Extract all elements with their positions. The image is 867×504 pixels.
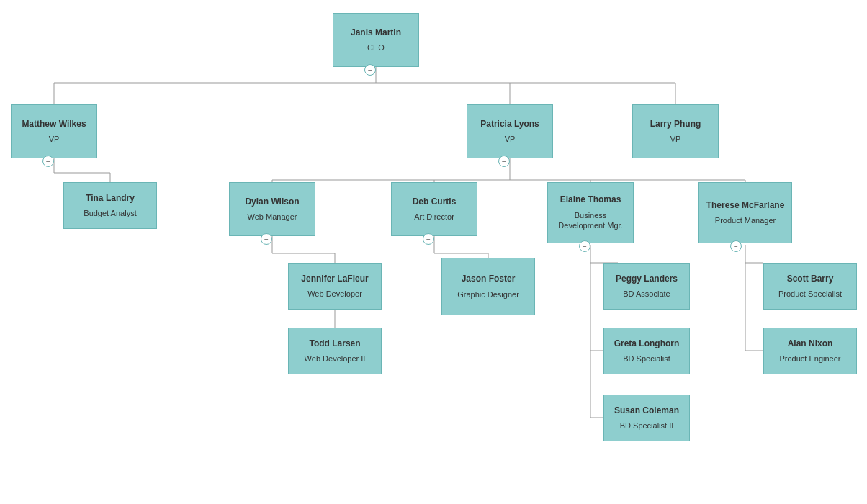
- node-deb: Deb CurtisArt Director: [391, 182, 477, 236]
- node-scott: Scott BarryProduct Specialist: [763, 263, 857, 310]
- node-name-larry: Larry Phung: [650, 119, 701, 130]
- node-name-elaine: Elaine Thomas: [560, 194, 621, 206]
- node-title-matthew: VP: [49, 134, 60, 144]
- node-elaine: Elaine ThomasBusiness Development Mgr.: [547, 182, 634, 243]
- node-name-jennifer: Jennifer LaFleur: [301, 274, 368, 285]
- node-name-scott: Scott Barry: [787, 274, 834, 285]
- node-name-patricia: Patricia Lyons: [480, 119, 539, 130]
- node-title-tina: Budget Analyst: [84, 208, 136, 218]
- connector-lines: [0, 0, 867, 504]
- node-susan: Susan ColemanBD Specialist II: [603, 395, 690, 441]
- cb-janis[interactable]: −: [364, 64, 376, 76]
- node-dylan: Dylan WilsonWeb Manager: [229, 182, 315, 236]
- node-name-tina: Tina Landry: [86, 193, 135, 204]
- node-title-janis: CEO: [367, 42, 385, 53]
- node-title-greta: BD Specialist: [623, 354, 670, 364]
- node-title-jason: Graphic Designer: [457, 289, 519, 300]
- cb-deb[interactable]: −: [423, 233, 434, 245]
- node-name-alan: Alan Nixon: [788, 338, 833, 350]
- node-title-alan: Product Engineer: [780, 354, 841, 364]
- node-name-janis: Janis Martin: [351, 27, 401, 39]
- node-jennifer: Jennifer LaFleurWeb Developer: [288, 263, 382, 310]
- node-name-susan: Susan Coleman: [614, 405, 679, 417]
- node-matthew: Matthew WilkesVP: [11, 104, 97, 158]
- node-title-elaine: Business Development Mgr.: [558, 210, 622, 231]
- node-title-dylan: Web Manager: [248, 212, 297, 222]
- node-name-greta: Greta Longhorn: [614, 338, 680, 350]
- node-title-patricia: VP: [505, 134, 516, 144]
- org-chart: Janis MartinCEOMatthew WilkesVPPatricia …: [0, 0, 867, 504]
- cb-matthew[interactable]: −: [42, 156, 54, 167]
- node-peggy: Peggy LandersBD Associate: [603, 263, 690, 310]
- node-title-peggy: BD Associate: [623, 289, 670, 299]
- node-jason: Jason FosterGraphic Designer: [441, 258, 535, 315]
- node-name-peggy: Peggy Landers: [616, 274, 678, 285]
- node-todd: Todd LarsenWeb Developer II: [288, 328, 382, 374]
- node-name-dylan: Dylan Wilson: [245, 197, 299, 208]
- node-tina: Tina LandryBudget Analyst: [63, 182, 157, 229]
- node-name-todd: Todd Larsen: [309, 338, 360, 350]
- node-title-todd: Web Developer II: [305, 354, 366, 364]
- node-janis: Janis MartinCEO: [333, 13, 419, 67]
- cb-therese[interactable]: −: [730, 240, 742, 252]
- node-name-deb: Deb Curtis: [413, 197, 457, 208]
- node-title-deb: Art Director: [414, 212, 454, 222]
- node-alan: Alan NixonProduct Engineer: [763, 328, 857, 374]
- node-title-jennifer: Web Developer: [307, 289, 362, 299]
- node-title-larry: VP: [670, 134, 681, 144]
- node-therese: Therese McFarlaneProduct Manager: [698, 182, 792, 243]
- node-greta: Greta LonghornBD Specialist: [603, 328, 690, 374]
- cb-patricia[interactable]: −: [498, 156, 510, 167]
- cb-dylan[interactable]: −: [261, 233, 272, 245]
- node-larry: Larry PhungVP: [632, 104, 719, 158]
- node-title-therese: Product Manager: [715, 215, 776, 225]
- node-name-therese: Therese McFarlane: [706, 200, 785, 212]
- node-name-jason: Jason Foster: [462, 274, 516, 285]
- node-title-susan: BD Specialist II: [620, 420, 674, 431]
- node-title-scott: Product Specialist: [778, 289, 842, 299]
- node-name-matthew: Matthew Wilkes: [22, 119, 86, 130]
- cb-elaine[interactable]: −: [579, 240, 590, 252]
- node-patricia: Patricia LyonsVP: [467, 104, 553, 158]
